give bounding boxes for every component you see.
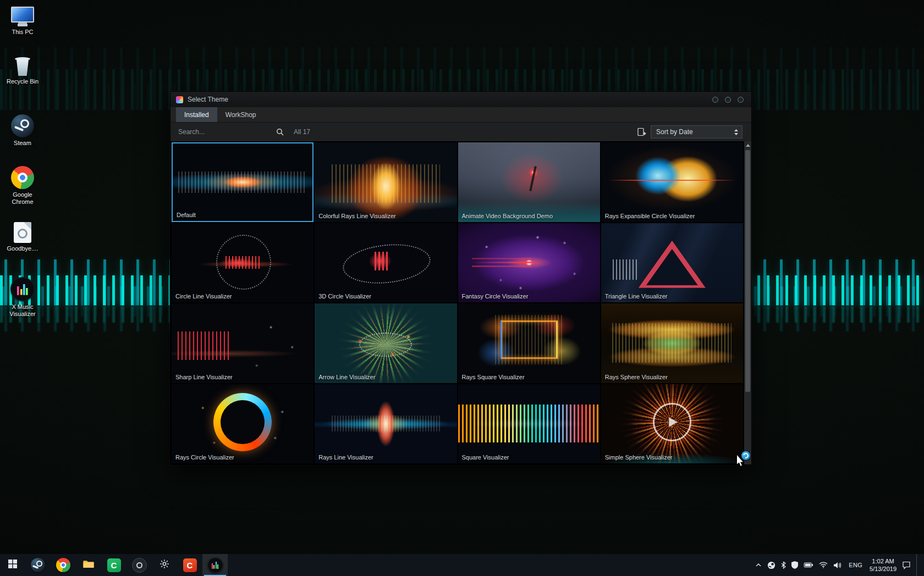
x-music-visualizer-icon [207,557,223,573]
theme-tile-triangle-line[interactable]: Triangle Line Visualizer [601,223,743,303]
theme-title: Simple Sphere Visualizer [605,454,673,461]
app-icon [176,96,183,103]
desktop-icon-label: Recycle Bin [7,78,38,85]
theme-title: Square Visualizer [462,454,509,461]
app-letter: C [111,561,117,570]
taskbar-steam[interactable] [25,554,51,576]
close-button[interactable] [738,97,744,103]
theme-tile-rays-line[interactable]: Rays Line Visualizer [315,384,457,464]
clock-time: 1:02 AM [872,558,894,564]
folder-icon [82,560,95,571]
taskbar-chrome[interactable] [51,554,76,576]
tab-bar: Installed WorkShop [170,107,751,123]
sort-dropdown[interactable]: Sort by Date [651,125,743,139]
chrome-icon [11,166,34,189]
theme-title: Arrow Line Visualizer [318,374,375,380]
app-letter: C [187,561,193,570]
theme-tile-rays-expansible-circle[interactable]: Rays Expansible Circle Visualizer [601,142,743,222]
action-center-icon[interactable] [902,561,911,569]
start-button[interactable] [0,554,25,576]
theme-title: Rays Sphere Visualizer [605,374,668,380]
tab-installed[interactable]: Installed [176,107,217,122]
theme-tile-square[interactable]: Square Visualizer [458,384,600,464]
taskbar-file-explorer[interactable] [76,554,101,576]
desktop-icon-google-chrome[interactable]: Google Chrome [0,166,45,206]
theme-title: Animate Video Background Demo [462,213,553,219]
security-shield-icon[interactable] [791,561,798,569]
taskbar-clock[interactable]: 1:02 AM 5/13/2019 [870,557,897,573]
sync-button[interactable] [741,451,750,460]
taskbar-app-green-c[interactable]: C [101,554,127,576]
desktop-icon-x-music-visualizer[interactable]: X Music Visualizer [0,277,45,318]
search-icon[interactable] [276,128,284,136]
theme-title: Rays Square Visualizer [462,374,525,380]
gear-icon [160,559,169,571]
taskbar-app-red-c[interactable]: C [177,554,202,576]
search-input[interactable] [177,128,272,136]
scrollbar[interactable] [744,141,751,464]
steam-icon [11,114,34,137]
show-desktop-button[interactable] [916,554,920,576]
language-indicator[interactable]: ENG [847,562,864,568]
green-c-app-icon: C [107,558,121,572]
theme-title: Triangle Line Visualizer [605,293,668,300]
theme-tile-default[interactable]: Default [172,142,314,222]
volume-icon[interactable] [833,562,842,569]
theme-tile-rays-circle[interactable]: Rays Circle Visualizer [172,384,314,464]
taskbar-x-music-visualizer[interactable] [202,554,228,576]
select-theme-window: Select Theme Installed WorkShop All 17 S… [170,91,752,465]
theme-tile-simple-sphere[interactable]: Simple Sphere Visualizer [601,384,743,464]
bluetooth-icon[interactable] [781,561,786,569]
desktop-icon-steam[interactable]: Steam [0,114,45,147]
scroll-up-button[interactable] [744,141,751,149]
theme-title: Colorful Rays Line Visualizer [318,213,395,219]
sort-arrows-icon [734,129,739,136]
theme-tile-colorful-rays-line[interactable]: Colorful Rays Line Visualizer [315,142,457,222]
chrome-icon [56,558,70,572]
theme-tile-sharp-line[interactable]: Sharp Line Visualizer [172,303,314,383]
taskbar: C C EN [0,554,924,576]
system-tray: ENG 1:02 AM 5/13/2019 [750,554,924,576]
recycle-bin-icon [14,56,31,76]
theme-tile-fantasy-circle[interactable]: Fantasy Circle Visualizer [458,223,600,303]
theme-title: 3D Circle Visualizer [318,293,371,300]
disc-icon [132,558,147,573]
theme-tile-arrow-line[interactable]: Arrow Line Visualizer [315,303,457,383]
taskbar-media-player[interactable] [127,554,152,576]
battery-icon[interactable] [804,562,813,568]
theme-tile-rays-sphere[interactable]: Rays Sphere Visualizer [601,303,743,383]
wifi-icon[interactable] [819,562,828,568]
theme-tile-3d-circle[interactable]: 3D Circle Visualizer [315,223,457,303]
theme-tile-animate-video-background[interactable]: Animate Video Background Demo [458,142,600,222]
theme-title: Sharp Line Visualizer [175,374,233,380]
x-music-visualizer-icon [10,277,35,301]
steam-tray-icon[interactable] [767,561,776,569]
desktop-icon-label: Goodbye.... [7,245,38,252]
maximize-button[interactable] [725,97,731,103]
theme-title: Default [177,212,196,218]
scroll-thumb[interactable] [745,150,750,392]
minimize-button[interactable] [712,97,718,103]
theme-count-label: All 17 [294,128,310,136]
desktop-icon-label: Steam [14,140,31,147]
theme-title: Rays Circle Visualizer [175,454,234,461]
media-file-icon [14,222,31,243]
desktop-icon-goodbye[interactable]: Goodbye.... [0,222,45,252]
theme-tile-rays-square[interactable]: Rays Square Visualizer [458,303,600,383]
titlebar[interactable]: Select Theme [170,92,751,107]
create-theme-icon[interactable] [637,128,646,136]
tab-workshop[interactable]: WorkShop [217,107,265,122]
desktop-icon-label: X Music Visualizer [2,303,43,318]
desktop-icon-label: This PC [12,29,33,36]
clock-date: 5/13/2019 [870,566,897,572]
theme-tile-circle-line[interactable]: Circle Line Visualizer [172,223,314,303]
red-c-app-icon: C [183,558,197,572]
taskbar-settings[interactable] [152,554,177,576]
this-pc-icon [11,7,34,26]
windows-logo-icon [8,560,17,571]
desktop-icon-recycle-bin[interactable]: Recycle Bin [0,56,45,85]
hidden-icons-button[interactable] [755,563,762,567]
desktop-icon-this-pc[interactable]: This PC [0,7,45,36]
theme-grid: Default Colorful Rays Line Visualizer An… [170,141,744,464]
steam-icon [31,558,45,572]
